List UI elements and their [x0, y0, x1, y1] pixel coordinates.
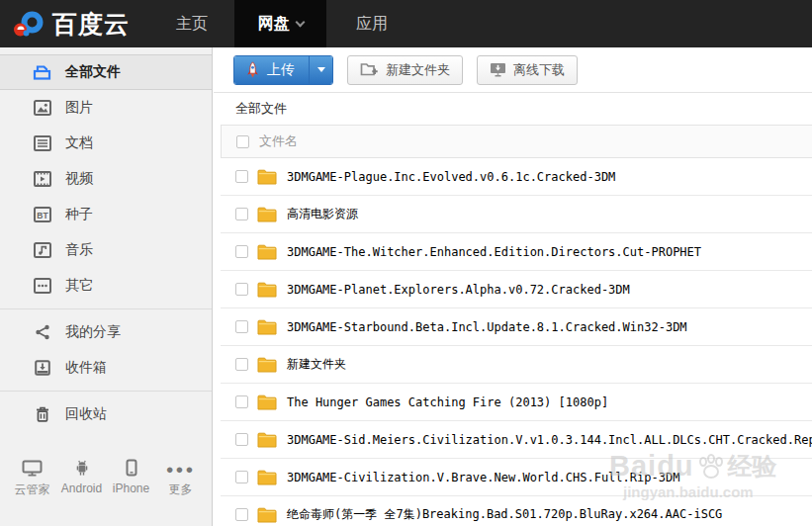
table-row[interactable]: 3DMGAME-Planet.Explorers.Alpha.v0.72.Cra…	[221, 271, 812, 308]
row-checkbox[interactable]	[235, 433, 248, 446]
sidebar-item-label: 回收站	[65, 405, 107, 423]
table-row[interactable]: 高清电影资源	[221, 196, 812, 233]
table-row[interactable]: 绝命毒师(第一季 全7集)Breaking.Bad.S01.720p.BluRa…	[221, 496, 812, 526]
share-icon	[33, 324, 51, 340]
row-checkbox[interactable]	[235, 358, 248, 371]
device-label: 更多	[169, 482, 193, 498]
folder-icon	[257, 282, 277, 298]
file-name-link[interactable]: 3DMGAME-Planet.Explorers.Alpha.v0.72.Cra…	[287, 283, 630, 297]
nav-home[interactable]: 主页	[176, 0, 208, 47]
row-checkbox[interactable]	[235, 395, 248, 408]
row-checkbox[interactable]	[235, 320, 248, 333]
file-table: 文件名 3DMGAME-Plague.Inc.Evolved.v0.6.1c.C…	[221, 125, 812, 526]
folder-icon	[257, 319, 277, 335]
upload-dropdown-button[interactable]	[309, 56, 332, 84]
sidebar-item-label: 图片	[65, 99, 93, 117]
folder-icon	[257, 507, 277, 523]
file-name-link[interactable]: 3DMGAME-The.Witcher.Enhanced.Edition.Dir…	[287, 245, 701, 259]
sidebar-item-music[interactable]: 音乐	[0, 232, 212, 268]
device-more[interactable]: ●●● 更多	[160, 459, 202, 498]
sidebar-item-recycle-bin[interactable]: 回收站	[0, 396, 212, 432]
sidebar-item-label: 视频	[65, 170, 93, 188]
sidebar-item-torrents[interactable]: BT 种子	[0, 197, 212, 232]
table-header-row: 文件名	[221, 125, 812, 158]
row-checkbox[interactable]	[235, 208, 248, 220]
baidu-cloud-logo[interactable]: 百度云	[12, 0, 130, 47]
table-row[interactable]: 3DMGAME-Starbound.Beta.Incl.Update.8.1.C…	[221, 308, 812, 346]
more-dots-icon: ●●●	[166, 459, 196, 477]
sidebar-item-label: 收件箱	[65, 359, 107, 377]
table-row[interactable]: 3DMGAME-The.Witcher.Enhanced.Edition.Dir…	[221, 233, 812, 271]
file-name-link[interactable]: 3DMGAME-Starbound.Beta.Incl.Update.8.1.C…	[287, 320, 687, 334]
sidebar-divider	[0, 308, 212, 309]
file-name-link[interactable]: 绝命毒师(第一季 全7集)Breaking.Bad.S01.720p.BluRa…	[287, 506, 722, 523]
sidebar-item-all-files[interactable]: 全部文件	[0, 54, 212, 90]
trash-icon	[33, 406, 51, 422]
row-checkbox[interactable]	[235, 283, 248, 296]
row-checkbox[interactable]	[235, 508, 248, 521]
sidebar-item-label: 全部文件	[65, 63, 121, 81]
device-android[interactable]: Android	[61, 459, 103, 498]
select-all-checkbox[interactable]	[236, 135, 249, 148]
folder-icon	[257, 432, 277, 448]
device-label: iPhone	[113, 482, 149, 495]
file-name-link[interactable]: The Hunger Games Catching Fire (2013) [1…	[287, 395, 608, 409]
offline-download-label: 离线下载	[513, 61, 565, 79]
caret-down-icon	[317, 67, 325, 72]
device-links: 云管家 Android	[0, 459, 213, 498]
nav-netdisk-label: 网盘	[258, 14, 290, 35]
file-name-link[interactable]: 3DMGAME-Plague.Inc.Evolved.v0.6.1c.Crack…	[287, 170, 615, 184]
android-icon	[74, 459, 90, 477]
brand-title: 百度云	[52, 8, 130, 41]
upload-button[interactable]: 上传	[234, 56, 309, 84]
row-checkbox[interactable]	[235, 170, 248, 183]
iphone-icon	[126, 459, 137, 477]
sidebar-item-inbox[interactable]: 收件箱	[0, 350, 212, 386]
file-name-link[interactable]: 3DMGAME-Sid.Meiers.Civilization.V.v1.0.3…	[287, 433, 812, 447]
file-name-link[interactable]: 3DMGAME-Civilization.V.Brave.New.World.C…	[287, 471, 679, 484]
upload-split-button[interactable]: 上传	[233, 55, 333, 85]
sidebar-item-documents[interactable]: 文档	[0, 126, 212, 161]
nav-apps[interactable]: 应用	[356, 0, 388, 47]
row-checkbox[interactable]	[235, 245, 248, 258]
device-iphone[interactable]: iPhone	[111, 459, 152, 498]
sidebar-item-my-shares[interactable]: 我的分享	[0, 314, 212, 350]
main-content: 上传 新建文件夹	[214, 47, 812, 526]
sidebar-item-other[interactable]: 其它	[0, 268, 212, 304]
folder-icon	[257, 357, 277, 373]
table-row[interactable]: 3DMGAME-Sid.Meiers.Civilization.V.v1.0.3…	[221, 421, 812, 459]
table-row[interactable]: 新建文件夹	[221, 346, 812, 384]
new-folder-button[interactable]: 新建文件夹	[347, 55, 463, 85]
sidebar-item-label: 我的分享	[65, 323, 121, 341]
file-name-link[interactable]: 新建文件夹	[287, 356, 346, 373]
nav-netdisk-active[interactable]: 网盘	[234, 0, 326, 47]
sidebar-item-pictures[interactable]: 图片	[0, 90, 212, 126]
device-cloud-manager[interactable]: 云管家	[12, 459, 53, 498]
offline-download-button[interactable]: 离线下载	[477, 55, 578, 85]
inbox-icon	[33, 360, 51, 376]
all-files-icon	[33, 64, 51, 81]
sidebar-item-videos[interactable]: 视频	[0, 161, 212, 197]
chevron-down-icon	[295, 17, 305, 27]
table-row[interactable]: The Hunger Games Catching Fire (2013) [1…	[221, 384, 812, 421]
sidebar-item-label: 音乐	[65, 241, 93, 259]
file-name-link[interactable]: 高清电影资源	[287, 206, 358, 222]
monitor-icon	[22, 459, 43, 477]
documents-icon	[33, 135, 51, 151]
folder-icon	[257, 169, 277, 185]
folder-icon	[257, 207, 277, 222]
cloud-logo-icon	[12, 10, 45, 39]
device-label: 云管家	[15, 482, 50, 498]
music-icon	[33, 242, 51, 258]
offline-download-icon	[490, 62, 506, 77]
row-checkbox[interactable]	[235, 471, 248, 483]
new-folder-label: 新建文件夹	[386, 61, 450, 79]
other-icon	[33, 278, 51, 294]
new-folder-icon	[360, 62, 379, 77]
upload-button-label: 上传	[267, 61, 295, 79]
table-row[interactable]: 3DMGAME-Plague.Inc.Evolved.v0.6.1c.Crack…	[221, 158, 812, 196]
sidebar-item-label: 种子	[65, 206, 93, 223]
torrent-bt-icon: BT	[33, 207, 51, 222]
table-row[interactable]: 3DMGAME-Civilization.V.Brave.New.World.C…	[221, 459, 812, 496]
rocket-icon	[246, 61, 259, 78]
